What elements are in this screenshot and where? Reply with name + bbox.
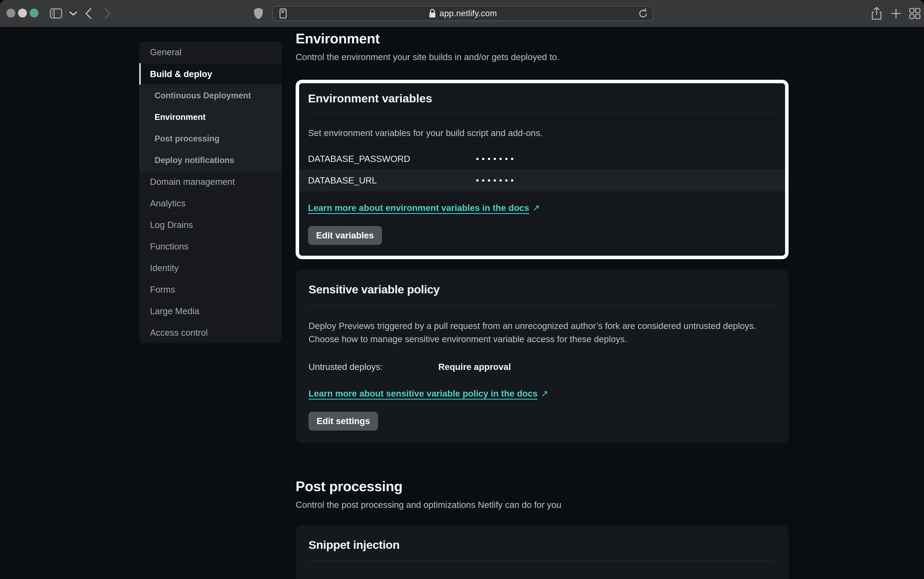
toolbar-separator bbox=[65, 6, 66, 21]
untrusted-deploys-row: Untrusted deploys: Require approval bbox=[308, 362, 776, 372]
sidebar-item-functions[interactable]: Functions bbox=[139, 236, 282, 257]
variable-name: DATABASE_PASSWORD bbox=[308, 154, 476, 164]
edit-variables-button[interactable]: Edit variables bbox=[308, 226, 382, 245]
sidebar-item-log-drains[interactable]: Log Drains bbox=[139, 214, 282, 236]
sidebar-item-large-media[interactable]: Large Media bbox=[139, 300, 282, 322]
post-processing-section: Post processing Control the post process… bbox=[296, 478, 789, 579]
sensitive-policy-description: Deploy Previews triggered by a pull requ… bbox=[308, 319, 766, 346]
lock-icon bbox=[429, 9, 436, 18]
sidebar-item-forms[interactable]: Forms bbox=[139, 279, 282, 300]
untrusted-deploys-label: Untrusted deploys: bbox=[308, 362, 438, 372]
sidebar-item-build-and-deploy[interactable]: Build & deploy bbox=[139, 63, 282, 85]
environment-variables-description: Set environment variables for your build… bbox=[308, 128, 776, 139]
sidebar-item-deploy-notifications[interactable]: Deploy notifications bbox=[139, 149, 282, 171]
environment-section-subtitle: Control the environment your site builds… bbox=[296, 51, 789, 63]
sidebar-item-access-control[interactable]: Access control bbox=[139, 322, 282, 343]
share-icon[interactable] bbox=[870, 0, 883, 27]
sensitive-policy-docs-link[interactable]: Learn more about sensitive variable poli… bbox=[308, 389, 538, 399]
sidebar-toggle-icon[interactable] bbox=[49, 0, 62, 27]
back-button[interactable] bbox=[82, 0, 94, 27]
chevron-down-icon[interactable] bbox=[68, 0, 78, 27]
variable-masked-value: ••••••• bbox=[476, 154, 517, 164]
sidebar-item-analytics[interactable]: Analytics bbox=[139, 192, 282, 214]
reader-view-icon[interactable] bbox=[279, 8, 287, 19]
variable-name: DATABASE_URL bbox=[308, 175, 476, 186]
sensitive-policy-title: Sensitive variable policy bbox=[308, 282, 776, 297]
snippet-injection-description: Inject analytics or other scripts into t… bbox=[308, 576, 766, 579]
settings-content: Environment Control the environment your… bbox=[296, 30, 789, 579]
post-processing-subtitle: Control the post processing and optimiza… bbox=[296, 499, 789, 511]
variable-row: DATABASE_URL ••••••• bbox=[299, 170, 785, 191]
sidebar-item-domain-management[interactable]: Domain management bbox=[139, 171, 282, 192]
window-close-button[interactable] bbox=[7, 9, 15, 18]
environment-variables-card: Environment variables Set environment va… bbox=[296, 80, 789, 259]
edit-settings-button[interactable]: Edit settings bbox=[308, 412, 378, 430]
card-divider bbox=[308, 561, 776, 561]
sidebar-item-general[interactable]: General bbox=[139, 41, 282, 63]
variable-masked-value: ••••••• bbox=[476, 176, 517, 185]
environment-section-title: Environment bbox=[296, 30, 789, 47]
url-text: app.netlify.com bbox=[439, 9, 497, 18]
sidebar-item-continuous-deployment[interactable]: Continuous Deployment bbox=[139, 85, 282, 106]
address-bar[interactable]: app.netlify.com bbox=[272, 6, 653, 21]
snippet-injection-card: Snippet injection Inject analytics or ot… bbox=[296, 525, 789, 579]
post-processing-title: Post processing bbox=[296, 478, 789, 495]
sidebar-item-environment[interactable]: Environment bbox=[139, 106, 282, 128]
reload-icon[interactable] bbox=[638, 8, 648, 19]
environment-variables-docs-link[interactable]: Learn more about environment variables i… bbox=[308, 203, 529, 213]
tab-overview-icon[interactable] bbox=[908, 0, 922, 27]
external-link-arrow-icon: ↗ bbox=[541, 388, 548, 399]
forward-button[interactable] bbox=[102, 0, 114, 27]
privacy-shield-icon[interactable] bbox=[252, 0, 265, 27]
window-minimize-button[interactable] bbox=[18, 9, 27, 18]
window-zoom-button[interactable] bbox=[29, 9, 39, 18]
card-divider bbox=[308, 113, 776, 114]
sensitive-variable-policy-card: Sensitive variable policy Deploy Preview… bbox=[296, 270, 789, 443]
new-tab-icon[interactable] bbox=[889, 0, 903, 27]
browser-window: app.netlify.com bbox=[0, 0, 924, 579]
variable-row: DATABASE_PASSWORD ••••••• bbox=[299, 148, 785, 170]
browser-toolbar: app.netlify.com bbox=[0, 0, 924, 27]
sidebar-item-post-processing[interactable]: Post processing bbox=[139, 128, 282, 149]
card-divider bbox=[308, 305, 776, 305]
settings-sidebar: General Build & deploy Continuous Deploy… bbox=[139, 41, 282, 343]
snippet-injection-title: Snippet injection bbox=[308, 537, 776, 552]
environment-variables-title: Environment variables bbox=[308, 91, 776, 106]
untrusted-deploys-value: Require approval bbox=[438, 362, 511, 372]
external-link-arrow-icon: ↗ bbox=[533, 203, 540, 213]
sidebar-item-identity[interactable]: Identity bbox=[139, 257, 282, 279]
environment-variables-list: DATABASE_PASSWORD ••••••• DATABASE_URL •… bbox=[299, 148, 785, 191]
